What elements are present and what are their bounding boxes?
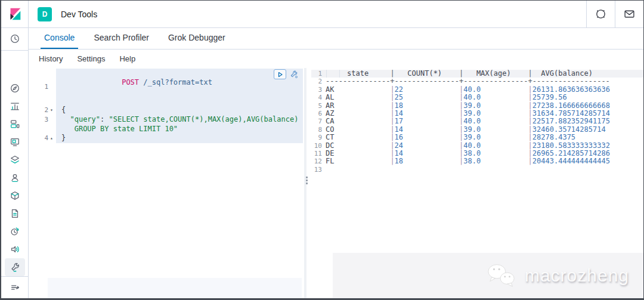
main-area: Console Search Profiler Grok Debugger Hi… <box>29 27 643 298</box>
app-window: D Dev Tools <box>0 0 644 300</box>
sidebar-item-machine-learning[interactable] <box>5 169 25 187</box>
line-number: 3 <box>44 115 48 125</box>
output-lines: 1 state | COUNT(*) | MAX(age) | AVG(bala… <box>311 70 643 174</box>
menu-settings[interactable]: Settings <box>77 54 105 63</box>
mail-icon <box>624 8 635 20</box>
output-line: 1 state | COUNT(*) | MAX(age) | AVG(bala… <box>311 70 643 78</box>
console-panel: History Settings Help 1 POST /_sql?forma… <box>29 50 643 298</box>
sidebar-item-maps[interactable] <box>5 151 25 169</box>
response-output[interactable]: 1 state | COUNT(*) | MAX(age) | AVG(bala… <box>311 68 643 298</box>
console-workspace: 1 POST /_sql?format=txt <box>29 68 643 298</box>
sidebar-item-logs[interactable] <box>5 205 25 222</box>
request-wrench-icon <box>289 70 298 79</box>
cube-icon <box>10 190 20 201</box>
drag-dots-icon <box>306 177 308 184</box>
console-menu: History Settings Help <box>29 50 643 68</box>
tab-search-profiler[interactable]: Search Profiler <box>90 27 153 49</box>
sidebar-item-apm[interactable] <box>5 240 25 258</box>
sidebar-item-dev-tools[interactable] <box>5 258 25 276</box>
sidebar-item-visualize[interactable] <box>5 97 25 115</box>
send-request-button[interactable] <box>274 69 286 79</box>
wechat-icon <box>485 262 518 289</box>
uptime-clock-icon <box>10 226 20 237</box>
output-line: 8CO |14 |39.0 |32460.35714285714 <box>311 126 643 134</box>
editor-line: 2▾ { <box>29 106 303 115</box>
watermark-banner: macrozheng <box>333 253 643 298</box>
kibana-logo-icon <box>7 7 23 22</box>
line-number: 2 <box>44 106 48 115</box>
output-line: 12FL |18 |38.0 |20443.444444444445 <box>311 157 643 165</box>
wrench-icon <box>10 262 20 273</box>
json-key: "query" <box>70 115 100 123</box>
deployment-button[interactable] <box>586 1 615 27</box>
output-line: 9CT |16 |39.0 |28278.4375 <box>311 134 643 141</box>
editor-scroll-track <box>48 278 302 298</box>
sidebar-item-discover[interactable] <box>5 79 25 97</box>
editor-line-wrap: GROUP BY state LIMIT 10" <box>29 125 303 134</box>
bar-chart-icon <box>10 101 20 112</box>
canvas-frame-icon <box>10 137 20 147</box>
map-layers-icon <box>10 154 20 165</box>
http-method: POST <box>122 78 139 86</box>
collapse-arrow-icon <box>10 282 20 293</box>
top-bar-actions <box>586 1 643 27</box>
sql-query-text-wrapped: GROUP BY state LIMIT 10" <box>75 125 178 133</box>
dev-tools-tabs: Console Search Profiler Grok Debugger <box>29 27 643 50</box>
editor-line: 3 "query": "SELECT state,COUNT(*),MAX(ag… <box>29 115 303 125</box>
fold-toggle[interactable]: ▾ <box>48 106 55 115</box>
output-line: 5AR |18 |39.0 |27238.166666666668 <box>311 102 643 110</box>
output-line: 7CA |17 |40.0 |22517.882352941175 <box>311 117 643 125</box>
kibana-logo-button[interactable] <box>1 1 29 27</box>
deployment-icon <box>595 8 606 20</box>
menu-history[interactable]: History <box>39 54 63 63</box>
play-icon <box>277 72 283 78</box>
sidebar-item-canvas[interactable] <box>5 133 25 151</box>
app-initial-badge: D <box>38 7 52 21</box>
sidebar-item-dashboard[interactable] <box>5 115 25 133</box>
request-options-button[interactable] <box>289 70 298 79</box>
person-icon <box>10 172 20 183</box>
top-bar: D Dev Tools <box>1 1 643 28</box>
clock-icon <box>10 33 20 44</box>
watermark-text: macrozheng <box>525 265 629 286</box>
editor-line: 1 POST /_sql?format=txt <box>29 69 303 106</box>
request-editor[interactable]: 1 POST /_sql?format=txt <box>29 68 303 298</box>
logs-document-icon <box>10 208 20 219</box>
output-line: 4AL |25 |40.0 |25739.56 <box>311 94 643 101</box>
sidebar-collapse-button[interactable] <box>5 279 25 296</box>
tab-grok-debugger[interactable]: Grok Debugger <box>165 27 229 49</box>
sidebar-item-recently-viewed[interactable] <box>5 30 25 48</box>
output-line: 3AK |22 |40.0 |26131.863636363636 <box>311 86 643 94</box>
output-line: 6AZ |14 |39.0 |31634.785714285714 <box>311 110 643 117</box>
apm-sonar-icon <box>10 244 20 255</box>
sidebar-item-infrastructure[interactable] <box>5 187 25 205</box>
left-nav-sidebar <box>1 27 29 298</box>
dashboard-grid-icon <box>10 119 20 129</box>
line-number: 4 <box>44 134 48 143</box>
line-number: 1 <box>44 82 48 92</box>
page-title: Dev Tools <box>61 10 97 19</box>
output-line: 11DE |14 |38.0 |26965.214285714286 <box>311 150 643 157</box>
output-line: 13 <box>311 166 643 174</box>
sidebar-item-uptime[interactable] <box>5 222 25 240</box>
output-line: 2---------------+---------------+-------… <box>311 78 643 85</box>
sidebar-nav-items <box>5 79 25 276</box>
newsfeed-button[interactable] <box>615 1 643 27</box>
fold-toggle[interactable]: ▴ <box>48 134 55 143</box>
request-url: /_sql?format=txt <box>143 78 212 86</box>
output-line: 10DC |24 |40.0 |23180.583333333332 <box>311 142 643 150</box>
editor-line: 4▴ } <box>29 134 303 143</box>
menu-help[interactable]: Help <box>119 54 135 63</box>
pane-resize-handle[interactable] <box>303 68 311 298</box>
tab-console[interactable]: Console <box>41 27 78 49</box>
compass-icon <box>10 83 20 94</box>
